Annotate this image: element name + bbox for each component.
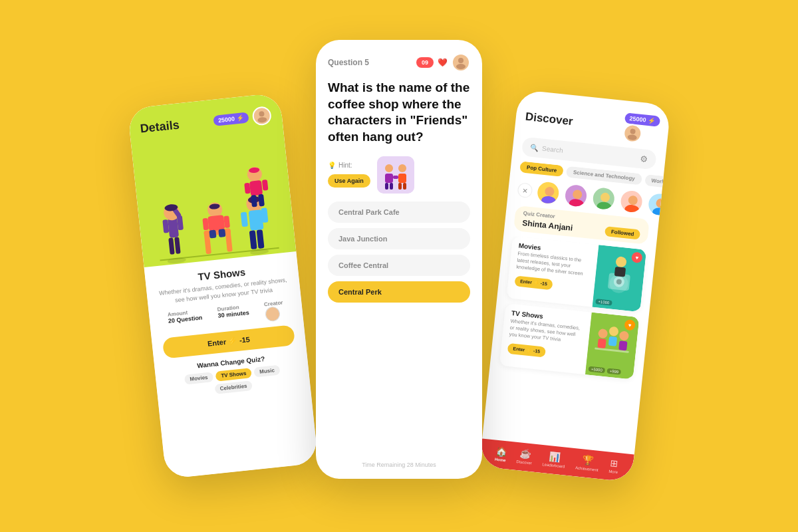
svg-point-1 [257, 117, 267, 123]
svg-rect-5 [174, 237, 181, 254]
tag-movies[interactable]: Movies [184, 372, 213, 384]
svg-point-44 [398, 164, 406, 172]
nav-discover[interactable]: ☕ Discover [516, 448, 533, 465]
svg-rect-41 [385, 174, 393, 183]
movies-card-text: Movies From timeless classics to the lat… [506, 236, 593, 307]
answer-option-4[interactable]: Central Perk [328, 281, 470, 303]
svg-rect-74 [618, 340, 627, 350]
svg-rect-13 [225, 228, 233, 252]
svg-rect-27 [241, 212, 248, 227]
quiz-cards: Movies From timeless classics to the lat… [482, 235, 656, 454]
svg-point-0 [259, 111, 265, 117]
tag-music[interactable]: Music [254, 365, 281, 378]
phone-middle: Question 5 09 ❤️ What is the name of the… [316, 40, 482, 479]
cat-world-history[interactable]: World Histo... [644, 174, 664, 190]
followed-button[interactable]: Followed [604, 226, 640, 239]
creator-avatar [265, 306, 281, 322]
svg-point-40 [385, 164, 393, 172]
phone-right: Discover 25000 ⚡ [479, 89, 671, 482]
cat-science[interactable]: Science and Technology [566, 166, 642, 186]
tag-tvshows[interactable]: TV Shows [215, 368, 253, 382]
badge-row: 25000 ⚡ [213, 106, 272, 130]
creator-name: Shinta Anjani [522, 218, 573, 233]
hint-image [377, 156, 414, 194]
svg-rect-45 [398, 174, 406, 183]
svg-rect-67 [614, 267, 626, 277]
avatar-3[interactable] [591, 186, 617, 212]
mid-content: Question 5 09 ❤️ What is the name of the… [316, 40, 482, 479]
hint-row: 💡 Hint: Use Again [328, 156, 470, 194]
answer-option-1[interactable]: Central Park Cafe [328, 201, 470, 223]
amount-stat: Amount 20 Question [168, 309, 203, 332]
svg-rect-31 [249, 180, 263, 196]
more-label: More [608, 469, 618, 474]
nav-home[interactable]: 🏠 Home [495, 446, 507, 463]
question-header: Question 5 09 ❤️ [328, 53, 470, 72]
header-right: 09 ❤️ [416, 53, 470, 72]
left-bottom-section: TV Shows Whether it's dramas, comedies, … [144, 251, 319, 479]
svg-rect-25 [249, 230, 257, 249]
home-label: Home [495, 458, 506, 463]
discover-icon: ☕ [519, 448, 531, 460]
avatar-2[interactable] [563, 182, 589, 209]
user-avatar [251, 106, 272, 126]
svg-point-50 [627, 134, 637, 140]
details-title: Details [140, 118, 180, 136]
question-label: Question 5 [328, 58, 369, 67]
svg-point-52 [541, 196, 556, 206]
tvshows-enter-button[interactable]: Enter ⚡ -15 [507, 343, 546, 358]
svg-rect-42 [385, 183, 388, 190]
answer-option-3[interactable]: Coffee Central [328, 255, 470, 276]
quiz-card-tvshows: TV Shows Whether it's dramas, comedies, … [499, 303, 640, 380]
timer-text: Time Remaining 28 Minutes [328, 462, 470, 468]
right-badge-row: 25000 ⚡ [622, 112, 660, 145]
avatar-1[interactable] [535, 180, 561, 206]
right-content: Discover 25000 ⚡ [479, 89, 671, 482]
nav-more[interactable]: ⊞ More [608, 458, 619, 474]
svg-point-57 [628, 196, 638, 205]
discover-label: Discover [516, 460, 532, 465]
svg-rect-43 [390, 183, 393, 190]
svg-rect-39 [377, 156, 414, 194]
svg-point-38 [456, 64, 466, 69]
user-avatar-mid [452, 53, 470, 72]
avatar-4[interactable] [618, 188, 645, 215]
left-top-section: Details 25000 ⚡ [127, 92, 296, 267]
home-icon: 🏠 [495, 446, 507, 458]
movies-enter-button[interactable]: Enter ⚡ -15 [514, 276, 553, 291]
search-icon: 🔍 [530, 144, 539, 152]
use-again-button[interactable]: Use Again [328, 174, 370, 188]
avatar-5[interactable] [646, 192, 671, 218]
svg-rect-48 [393, 176, 398, 179]
close-button[interactable]: ✕ [517, 182, 533, 198]
svg-rect-16 [207, 215, 225, 231]
leaderboard-icon: 📊 [548, 451, 561, 463]
cat-pop-culture[interactable]: Pop Culture [519, 161, 564, 177]
movies-card-img: ♥ +1000 [593, 245, 646, 312]
svg-rect-33 [262, 180, 269, 191]
more-icon: ⊞ [610, 458, 619, 469]
svg-rect-17 [209, 230, 216, 239]
question-text: What is the name of the coffee shop wher… [328, 80, 470, 146]
nav-leaderboard[interactable]: 📊 Leaderboard [542, 450, 566, 468]
answer-option-2[interactable]: Java Junction [328, 228, 470, 249]
svg-point-55 [600, 192, 610, 202]
phone-left: Details 25000 ⚡ [127, 92, 318, 479]
svg-point-58 [624, 204, 640, 215]
svg-rect-18 [218, 229, 225, 237]
filter-icon[interactable]: ⚙ [640, 154, 649, 164]
tag-celebrities[interactable]: Celebrities [214, 380, 253, 394]
nav-achievement[interactable]: 🏆 Achievement [575, 454, 600, 471]
answers-list: Central Park Cafe Java Junction Coffee C… [328, 201, 470, 454]
svg-rect-46 [398, 183, 402, 190]
lightbulb-icon: 💡 [328, 162, 336, 169]
hint-col: 💡 Hint: Use Again [328, 162, 370, 188]
hint-label: 💡 Hint: [328, 162, 352, 169]
svg-point-53 [573, 190, 583, 200]
right-avatar [622, 123, 643, 144]
illustration-group [141, 127, 287, 267]
duration-stat: Duration 30 minutes [217, 303, 250, 327]
svg-point-59 [656, 198, 666, 208]
discover-title: Discover [525, 110, 574, 128]
achievement-icon: 🏆 [581, 454, 594, 466]
